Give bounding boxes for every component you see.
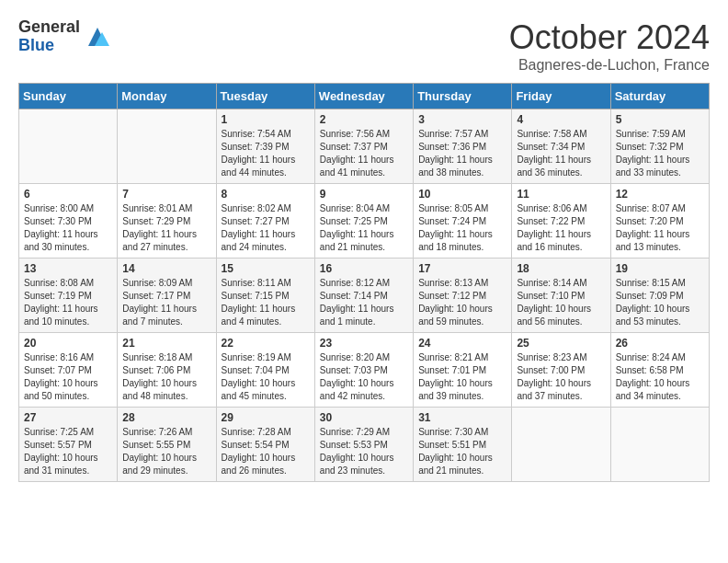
calendar-cell: 13Sunrise: 8:08 AM Sunset: 7:19 PM Dayli… (19, 259, 118, 333)
day-number: 2 (320, 113, 408, 126)
day-number: 18 (517, 262, 605, 275)
day-info: Sunrise: 7:57 AM Sunset: 7:36 PM Dayligh… (418, 128, 506, 179)
calendar-cell: 25Sunrise: 8:23 AM Sunset: 7:00 PM Dayli… (512, 333, 610, 408)
day-number: 20 (24, 337, 112, 350)
day-info: Sunrise: 8:12 AM Sunset: 7:14 PM Dayligh… (320, 277, 408, 328)
day-number: 23 (320, 337, 408, 350)
day-number: 12 (616, 188, 704, 201)
day-number: 27 (24, 411, 112, 424)
calendar-cell (118, 109, 216, 184)
page-header: General Blue October 2024 Bagneres-de-Lu… (18, 18, 710, 74)
week-row-2: 6Sunrise: 8:00 AM Sunset: 7:30 PM Daylig… (19, 184, 710, 259)
day-number: 26 (616, 337, 704, 350)
day-number: 15 (222, 262, 310, 275)
day-info: Sunrise: 8:16 AM Sunset: 7:07 PM Dayligh… (24, 351, 112, 403)
calendar-cell: 8Sunrise: 8:02 AM Sunset: 7:27 PM Daylig… (216, 184, 314, 259)
calendar-cell: 14Sunrise: 8:09 AM Sunset: 7:17 PM Dayli… (118, 259, 216, 333)
day-number: 24 (418, 337, 506, 350)
week-row-3: 13Sunrise: 8:08 AM Sunset: 7:19 PM Dayli… (19, 259, 710, 333)
calendar-cell: 5Sunrise: 7:59 AM Sunset: 7:32 PM Daylig… (610, 109, 709, 184)
day-number: 10 (418, 188, 506, 201)
day-number: 29 (222, 411, 310, 424)
calendar-cell: 12Sunrise: 8:07 AM Sunset: 7:20 PM Dayli… (610, 184, 709, 259)
header-cell-sunday: Sunday (19, 84, 118, 109)
day-info: Sunrise: 8:08 AM Sunset: 7:19 PM Dayligh… (24, 277, 112, 328)
header-cell-thursday: Thursday (414, 84, 512, 109)
calendar-cell: 28Sunrise: 7:26 AM Sunset: 5:55 PM Dayli… (118, 408, 216, 482)
calendar-cell: 30Sunrise: 7:29 AM Sunset: 5:53 PM Dayli… (314, 408, 413, 482)
calendar-cell: 6Sunrise: 8:00 AM Sunset: 7:30 PM Daylig… (19, 184, 118, 259)
day-info: Sunrise: 8:00 AM Sunset: 7:30 PM Dayligh… (24, 202, 112, 254)
day-number: 5 (616, 113, 704, 126)
calendar-cell: 7Sunrise: 8:01 AM Sunset: 7:29 PM Daylig… (118, 184, 216, 259)
day-number: 30 (320, 411, 408, 424)
logo-general-text: General (18, 18, 80, 37)
week-row-1: 1Sunrise: 7:54 AM Sunset: 7:39 PM Daylig… (19, 109, 710, 184)
day-info: Sunrise: 8:02 AM Sunset: 7:27 PM Dayligh… (222, 202, 310, 254)
calendar-cell: 27Sunrise: 7:25 AM Sunset: 5:57 PM Dayli… (19, 408, 118, 482)
calendar-cell: 10Sunrise: 8:05 AM Sunset: 7:24 PM Dayli… (414, 184, 512, 259)
day-info: Sunrise: 7:26 AM Sunset: 5:55 PM Dayligh… (122, 426, 210, 477)
day-info: Sunrise: 8:15 AM Sunset: 7:09 PM Dayligh… (616, 277, 704, 328)
calendar-cell: 20Sunrise: 8:16 AM Sunset: 7:07 PM Dayli… (19, 333, 118, 408)
day-number: 8 (222, 188, 310, 201)
header-row: SundayMondayTuesdayWednesdayThursdayFrid… (19, 84, 710, 109)
day-info: Sunrise: 8:23 AM Sunset: 7:00 PM Dayligh… (517, 351, 605, 403)
day-info: Sunrise: 8:04 AM Sunset: 7:25 PM Dayligh… (320, 202, 408, 254)
day-number: 22 (222, 337, 310, 350)
day-info: Sunrise: 8:13 AM Sunset: 7:12 PM Dayligh… (418, 277, 506, 328)
day-number: 19 (616, 262, 704, 275)
day-number: 7 (122, 188, 210, 201)
header-cell-monday: Monday (118, 84, 216, 109)
day-info: Sunrise: 8:24 AM Sunset: 6:58 PM Dayligh… (616, 351, 704, 403)
calendar-cell (19, 109, 118, 184)
logo: General Blue (18, 18, 111, 55)
day-info: Sunrise: 8:05 AM Sunset: 7:24 PM Dayligh… (418, 202, 506, 254)
day-info: Sunrise: 7:54 AM Sunset: 7:39 PM Dayligh… (222, 128, 310, 179)
day-info: Sunrise: 8:06 AM Sunset: 7:22 PM Dayligh… (517, 202, 605, 254)
day-number: 1 (222, 113, 310, 126)
day-info: Sunrise: 7:59 AM Sunset: 7:32 PM Dayligh… (616, 128, 704, 179)
day-info: Sunrise: 8:20 AM Sunset: 7:03 PM Dayligh… (320, 351, 408, 403)
day-number: 25 (517, 337, 605, 350)
day-info: Sunrise: 8:07 AM Sunset: 7:20 PM Dayligh… (616, 202, 704, 254)
calendar-body: 1Sunrise: 7:54 AM Sunset: 7:39 PM Daylig… (19, 109, 710, 482)
calendar-cell: 21Sunrise: 8:18 AM Sunset: 7:06 PM Dayli… (118, 333, 216, 408)
location-subtitle: Bagneres-de-Luchon, France (509, 57, 710, 74)
calendar-cell: 16Sunrise: 8:12 AM Sunset: 7:14 PM Dayli… (314, 259, 413, 333)
calendar-cell: 4Sunrise: 7:58 AM Sunset: 7:34 PM Daylig… (512, 109, 610, 184)
day-info: Sunrise: 7:25 AM Sunset: 5:57 PM Dayligh… (24, 426, 112, 477)
calendar-cell (610, 408, 709, 482)
calendar-cell: 31Sunrise: 7:30 AM Sunset: 5:51 PM Dayli… (414, 408, 512, 482)
day-info: Sunrise: 7:29 AM Sunset: 5:53 PM Dayligh… (320, 426, 408, 477)
week-row-5: 27Sunrise: 7:25 AM Sunset: 5:57 PM Dayli… (19, 408, 710, 482)
calendar-cell: 17Sunrise: 8:13 AM Sunset: 7:12 PM Dayli… (414, 259, 512, 333)
day-info: Sunrise: 8:09 AM Sunset: 7:17 PM Dayligh… (122, 277, 210, 328)
day-number: 9 (320, 188, 408, 201)
day-number: 3 (418, 113, 506, 126)
day-info: Sunrise: 7:30 AM Sunset: 5:51 PM Dayligh… (418, 426, 506, 477)
title-block: October 2024 Bagneres-de-Luchon, France (509, 18, 710, 74)
day-number: 17 (418, 262, 506, 275)
day-info: Sunrise: 8:14 AM Sunset: 7:10 PM Dayligh… (517, 277, 605, 328)
calendar-cell: 23Sunrise: 8:20 AM Sunset: 7:03 PM Dayli… (314, 333, 413, 408)
calendar-cell: 22Sunrise: 8:19 AM Sunset: 7:04 PM Dayli… (216, 333, 314, 408)
calendar-cell: 29Sunrise: 7:28 AM Sunset: 5:54 PM Dayli… (216, 408, 314, 482)
calendar-cell: 1Sunrise: 7:54 AM Sunset: 7:39 PM Daylig… (216, 109, 314, 184)
calendar-cell: 2Sunrise: 7:56 AM Sunset: 7:37 PM Daylig… (314, 109, 413, 184)
day-info: Sunrise: 7:58 AM Sunset: 7:34 PM Dayligh… (517, 128, 605, 179)
logo-icon (84, 23, 111, 51)
calendar-cell: 3Sunrise: 7:57 AM Sunset: 7:36 PM Daylig… (414, 109, 512, 184)
day-info: Sunrise: 8:01 AM Sunset: 7:29 PM Dayligh… (122, 202, 210, 254)
day-number: 13 (24, 262, 112, 275)
day-number: 28 (122, 411, 210, 424)
calendar-header: SundayMondayTuesdayWednesdayThursdayFrid… (19, 84, 710, 109)
header-cell-saturday: Saturday (610, 84, 709, 109)
day-number: 21 (122, 337, 210, 350)
logo-blue-text: Blue (18, 37, 80, 55)
day-number: 4 (517, 113, 605, 126)
calendar-cell: 11Sunrise: 8:06 AM Sunset: 7:22 PM Dayli… (512, 184, 610, 259)
calendar-cell: 24Sunrise: 8:21 AM Sunset: 7:01 PM Dayli… (414, 333, 512, 408)
header-cell-friday: Friday (512, 84, 610, 109)
calendar-cell: 15Sunrise: 8:11 AM Sunset: 7:15 PM Dayli… (216, 259, 314, 333)
